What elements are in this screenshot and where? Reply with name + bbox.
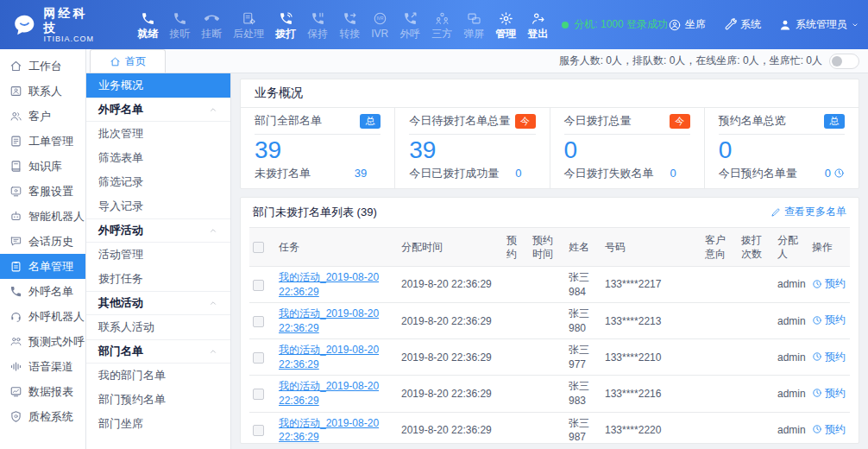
stat-card-title: 今日待拨打名单总量 <box>409 113 510 129</box>
reserve-action-link[interactable]: 预约 <box>812 276 846 291</box>
stat-card-value: 39 <box>255 137 381 164</box>
row-checkbox[interactable] <box>253 316 264 327</box>
task-link[interactable]: 我的活动_2019-08-20 22:36:29 <box>279 417 379 443</box>
row-checkbox[interactable] <box>253 389 264 400</box>
sidebar-item-label: 客服设置 <box>28 184 73 199</box>
toolbar-item[interactable]: 就绪 <box>137 11 158 39</box>
status-toggle[interactable] <box>829 54 859 69</box>
submenu-item[interactable]: 外呼活动 <box>86 218 230 243</box>
stat-card-title: 部门全部名单 <box>255 113 322 129</box>
collapse-caret-icon[interactable] <box>208 346 218 357</box>
cell-name: 张三 984 <box>565 267 601 303</box>
table-row: 我的活动_2019-08-20 22:36:29 2019-8-20 22:36… <box>249 376 850 412</box>
submenu-item[interactable]: 部门坐席 <box>86 412 230 436</box>
sidebar-item[interactable]: 客服设置 <box>0 179 85 204</box>
toolbar-item[interactable]: 后处理 <box>233 11 264 39</box>
submenu-item[interactable]: 我的部门名单 <box>86 364 230 388</box>
toolbar-item[interactable]: 挂断 <box>201 11 222 39</box>
submenu-item[interactable]: 联系人活动 <box>86 315 230 339</box>
submenu-item[interactable]: 业务概况 <box>86 73 230 98</box>
task-link[interactable]: 我的活动_2019-08-20 22:36:29 <box>279 344 379 370</box>
row-checkbox[interactable] <box>253 425 264 436</box>
submenu-item[interactable]: 筛选表单 <box>86 146 230 170</box>
submenu-item[interactable]: 拨打任务 <box>86 267 230 291</box>
sidebar-item[interactable]: 工作台 <box>0 54 85 79</box>
sidebar-item-label: 预测式外呼 <box>28 334 85 350</box>
reserve-action-link[interactable]: 预约 <box>812 422 846 437</box>
reserve-action-link[interactable]: 预约 <box>812 350 846 364</box>
toolbar-item[interactable]: 保持 <box>307 11 328 39</box>
stat-card-value: 0 <box>719 137 845 164</box>
submenu-item[interactable]: 其他活动 <box>86 291 230 315</box>
toolbar-item[interactable]: 接听 <box>169 11 190 39</box>
header-menu-item[interactable]: 坐席 <box>668 17 709 32</box>
sidebar-item[interactable]: 工单管理 <box>0 129 85 154</box>
toolbar-item[interactable]: 外呼 <box>399 11 420 39</box>
sidebar-item[interactable]: 外呼机器人 <box>0 304 85 329</box>
header-menu-item[interactable]: 系统 <box>723 17 764 32</box>
submenu-item[interactable]: 活动管理 <box>86 243 230 267</box>
cell-intent <box>701 267 738 303</box>
submenu-item-label: 拨打任务 <box>98 271 143 287</box>
toolbar-item[interactable]: 登出 <box>527 11 548 39</box>
toolbar-item[interactable]: 弹屏 <box>463 11 484 39</box>
task-link[interactable]: 我的活动_2019-08-20 22:36:29 <box>279 380 379 407</box>
submenu-item[interactable]: 筛选记录 <box>86 170 230 194</box>
table-row: 我的活动_2019-08-20 22:36:29 2019-8-20 22:36… <box>249 303 850 339</box>
sidebar-item[interactable]: 会话历史 <box>0 229 85 254</box>
stat-card-sub-label: 今日已拨打成功量 <box>409 166 499 181</box>
task-link[interactable]: 我的活动_2019-08-20 22:36:29 <box>279 271 379 298</box>
submenu-item[interactable]: 外呼名单 <box>86 98 230 122</box>
sidebar-item[interactable]: 语音渠道 <box>0 354 85 379</box>
sidebar-item-label: 质检系统 <box>28 409 73 425</box>
submenu-item-label: 其他活动 <box>98 295 143 311</box>
collapse-caret-icon[interactable] <box>208 225 218 236</box>
clock-icon <box>812 315 822 326</box>
cell-dial-count <box>738 303 774 339</box>
sidebar-item[interactable]: 知识库 <box>0 154 85 179</box>
reserve-action-link[interactable]: 预约 <box>812 386 846 401</box>
row-checkbox[interactable] <box>253 352 264 364</box>
row-checkbox[interactable] <box>253 280 264 291</box>
clock-icon <box>812 424 822 434</box>
toolbar-item[interactable]: IVR IVR <box>371 11 388 39</box>
tab-home[interactable]: 首页 <box>90 49 166 73</box>
task-link[interactable]: 我的活动_2019-08-20 22:36:29 <box>279 307 379 334</box>
quality-icon <box>9 410 22 423</box>
collapse-caret-icon[interactable] <box>208 104 218 115</box>
submenu-item[interactable]: 部门名单 <box>86 339 230 364</box>
brand-logo: 网经科技 ITIBIA.COM <box>12 6 99 44</box>
app-root: 网经科技 ITIBIA.COM 就绪 接听 挂断 后处理 <box>0 0 868 449</box>
sidebar-item[interactable]: 智能机器人 <box>0 204 85 229</box>
submenu-item[interactable]: 导入记录 <box>86 194 230 218</box>
toolbar-item-label: 弹屏 <box>463 28 484 39</box>
view-more-link[interactable]: 查看更多名单 <box>771 205 846 219</box>
sidebar-item[interactable]: 数据报表 <box>0 379 85 404</box>
submenu-item-label: 部门坐席 <box>98 416 143 432</box>
predictive-icon <box>9 335 22 348</box>
toolbar-item[interactable]: 拨打 <box>275 11 296 39</box>
sidebar-item[interactable]: 联系人 <box>0 79 85 104</box>
column-header: 预约时间 <box>529 227 565 266</box>
cell-intent <box>701 303 738 339</box>
cell-assigner: admin <box>774 303 808 339</box>
sidebar-item[interactable]: 外呼名单 <box>0 279 85 304</box>
column-header: 分配时间 <box>398 227 503 266</box>
toolbar-item[interactable]: 转接 <box>339 11 360 39</box>
sidebar-item[interactable]: 客户 <box>0 104 85 129</box>
call-control-toolbar: 就绪 接听 挂断 后处理 拨打 保持 转 <box>137 11 548 39</box>
sidebar-item[interactable]: 质检系统 <box>0 404 85 429</box>
logout-icon <box>531 11 545 26</box>
sidebar-item[interactable]: 预测式外呼 <box>0 329 85 354</box>
reserve-action-link[interactable]: 预约 <box>812 313 846 327</box>
sidebar-item-label: 智能机器人 <box>28 209 85 224</box>
select-all-checkbox[interactable] <box>253 242 264 253</box>
header-menu-item[interactable]: 系统管理员 <box>778 17 859 32</box>
submenu-item-label: 业务概况 <box>98 78 143 93</box>
collapse-caret-icon[interactable] <box>208 298 218 308</box>
submenu-item[interactable]: 批次管理 <box>86 122 230 146</box>
toolbar-item[interactable]: 三方 <box>431 11 452 39</box>
sidebar-item[interactable]: 名单管理 <box>0 254 85 279</box>
toolbar-item[interactable]: 管理 <box>495 11 516 39</box>
submenu-item[interactable]: 部门预约名单 <box>86 388 230 412</box>
